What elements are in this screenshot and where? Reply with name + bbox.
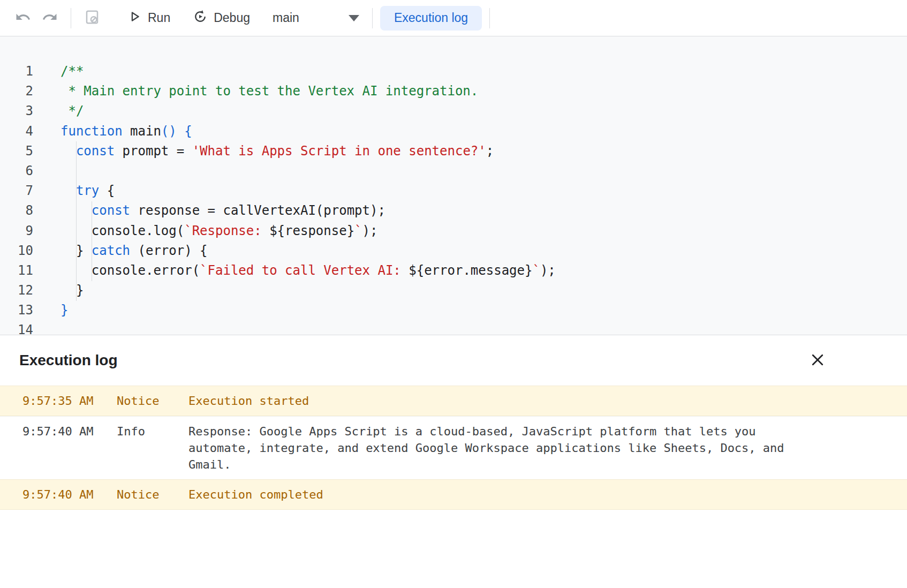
log-entry-message: Execution started xyxy=(188,393,800,409)
log-entry-level: Notice xyxy=(117,393,188,409)
run-label: Run xyxy=(148,11,170,25)
apps-script-editor: Run Debug main Execution log 1/**2 * Mai… xyxy=(0,0,907,588)
line-number: 14 xyxy=(0,320,33,335)
code-text: /** xyxy=(33,62,84,81)
line-number: 10 xyxy=(0,241,33,261)
toolbar-separator xyxy=(372,8,373,28)
code-text xyxy=(33,320,61,335)
code-text: const prompt = 'What is Apps Script in o… xyxy=(33,141,494,161)
run-button[interactable]: Run xyxy=(119,5,178,32)
code-line: 2 * Main entry point to test the Vertex … xyxy=(0,81,907,101)
line-number: 11 xyxy=(0,261,33,281)
log-entry-message: Response: Google Apps Script is a cloud-… xyxy=(188,423,800,473)
code-line: 4function main() { xyxy=(0,122,907,141)
log-entry-time: 9:57:35 AM xyxy=(22,393,117,409)
log-entries: 9:57:35 AMNoticeExecution started9:57:40… xyxy=(0,386,907,510)
function-dropdown-value: main xyxy=(273,11,299,25)
redo-icon xyxy=(42,9,58,27)
code-lines: 1/**2 * Main entry point to test the Ver… xyxy=(0,62,907,335)
code-line: 6 xyxy=(0,161,907,181)
redo-button[interactable] xyxy=(36,5,63,32)
code-text: try { xyxy=(33,181,115,201)
line-number: 2 xyxy=(0,81,33,101)
toolbar-separator xyxy=(71,8,71,28)
code-line: 12 } xyxy=(0,281,907,300)
play-icon xyxy=(127,9,142,27)
code-line: 13} xyxy=(0,300,907,320)
code-text: console.error(`Failed to call Vertex AI:… xyxy=(33,261,556,281)
code-text: const response = callVertexAI(prompt); xyxy=(33,201,386,221)
code-line: 8 const response = callVertexAI(prompt); xyxy=(0,201,907,221)
line-number: 7 xyxy=(0,181,33,201)
code-line: 9 console.log(`Response: ${response}`); xyxy=(0,221,907,241)
code-text: console.log(`Response: ${response}`); xyxy=(33,221,377,241)
log-entry-time: 9:57:40 AM xyxy=(22,486,117,503)
indent-guide xyxy=(76,141,77,301)
log-entry: 9:57:35 AMNoticeExecution started xyxy=(0,386,907,416)
debug-icon xyxy=(193,9,208,27)
undo-icon xyxy=(15,9,31,27)
log-entry-level: Info xyxy=(117,423,188,473)
code-line: 5 const prompt = 'What is Apps Script in… xyxy=(0,141,907,161)
line-number: 1 xyxy=(0,62,33,81)
execution-log-panel: Execution log 9:57:35 AMNoticeExecution … xyxy=(0,335,907,588)
line-number: 8 xyxy=(0,201,33,221)
undo-button[interactable] xyxy=(10,5,36,32)
line-number: 5 xyxy=(0,141,33,161)
code-text: */ xyxy=(33,101,84,121)
line-number: 12 xyxy=(0,281,33,300)
indent-guide xyxy=(92,201,92,281)
line-number: 6 xyxy=(0,161,33,181)
log-panel-header: Execution log xyxy=(0,335,907,386)
code-editor[interactable]: 1/**2 * Main entry point to test the Ver… xyxy=(0,36,907,335)
line-number: 3 xyxy=(0,101,33,121)
toolbar: Run Debug main Execution log xyxy=(0,0,907,36)
code-line: 1/** xyxy=(0,62,907,81)
chevron-down-icon xyxy=(349,15,359,21)
save-project-button[interactable] xyxy=(79,5,105,32)
code-line: 10 } catch (error) { xyxy=(0,241,907,261)
code-text: * Main entry point to test the Vertex AI… xyxy=(33,81,478,101)
code-text: } xyxy=(33,300,68,320)
log-entry: 9:57:40 AMInfoResponse: Google Apps Scri… xyxy=(0,416,907,479)
code-line: 3 */ xyxy=(0,101,907,121)
code-line: 11 console.error(`Failed to call Vertex … xyxy=(0,261,907,281)
log-entry: 9:57:40 AMNoticeExecution completed xyxy=(0,479,907,510)
line-number: 9 xyxy=(0,221,33,241)
execution-log-button[interactable]: Execution log xyxy=(380,6,482,31)
log-entry-level: Notice xyxy=(117,486,188,503)
log-panel-title: Execution log xyxy=(19,352,118,369)
log-entry-message: Execution completed xyxy=(188,486,800,503)
close-icon xyxy=(810,352,826,370)
code-line: 14 xyxy=(0,320,907,335)
debug-button[interactable]: Debug xyxy=(185,5,258,32)
line-number: 4 xyxy=(0,122,33,141)
toolbar-separator xyxy=(489,8,490,28)
code-text: function main() { xyxy=(33,122,192,141)
code-text: } catch (error) { xyxy=(33,241,208,261)
close-button[interactable] xyxy=(806,349,829,372)
code-text xyxy=(33,161,61,181)
function-dropdown[interactable]: main xyxy=(267,5,365,32)
code-line: 7 try { xyxy=(0,181,907,201)
debug-label: Debug xyxy=(214,11,250,25)
line-number: 13 xyxy=(0,300,33,320)
log-entry-time: 9:57:40 AM xyxy=(22,423,117,473)
save-project-icon xyxy=(84,9,100,27)
